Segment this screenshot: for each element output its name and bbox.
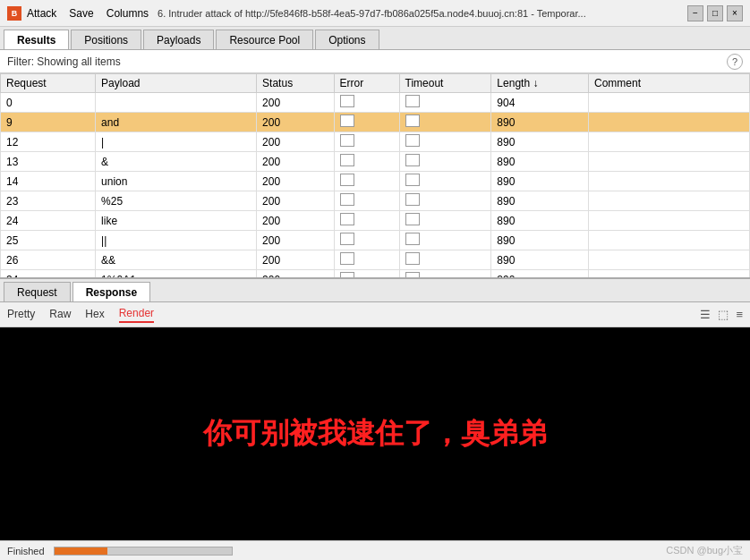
window-controls[interactable]: − □ × [687, 5, 743, 21]
window-title: 6. Intruder attack of http://5fe846f8-b5… [158, 8, 687, 19]
indent-icon[interactable]: ⬚ [718, 308, 729, 321]
timeout-checkbox[interactable] [405, 115, 420, 127]
timeout-checkbox[interactable] [405, 252, 420, 265]
tab-resource-pool[interactable]: Resource Pool [216, 30, 313, 49]
tab-results[interactable]: Results [4, 30, 69, 49]
timeout-checkbox[interactable] [405, 95, 420, 107]
menu-columns[interactable]: Columns [107, 7, 149, 20]
tab-payloads[interactable]: Payloads [143, 30, 214, 49]
timeout-checkbox[interactable] [405, 272, 420, 279]
col-status[interactable]: Status [257, 74, 334, 93]
error-checkbox[interactable] [340, 213, 354, 225]
main-tab-bar: Results Positions Payloads Resource Pool… [0, 27, 750, 50]
table-row[interactable]: 24like200890 [1, 211, 750, 231]
title-bar-menu[interactable]: Attack Save Columns [27, 7, 149, 20]
menu-attack[interactable]: Attack [27, 7, 56, 20]
error-checkbox[interactable] [340, 193, 354, 206]
tab-positions[interactable]: Positions [71, 30, 141, 49]
error-checkbox[interactable] [340, 95, 354, 107]
table-row[interactable]: 23%25200890 [1, 191, 750, 211]
filter-help-button[interactable]: ? [727, 54, 743, 70]
status-text: Finished [7, 546, 45, 556]
close-button[interactable]: × [727, 5, 743, 21]
col-length[interactable]: Length ↓ [491, 74, 589, 93]
maximize-button[interactable]: □ [707, 5, 723, 21]
table-row[interactable]: 26&&200890 [1, 250, 750, 270]
render-content-text: 你可别被我逮住了，臭弟弟 [203, 414, 547, 454]
error-checkbox[interactable] [340, 154, 354, 166]
results-table-container: Request Payload Status Error Timeout Len… [0, 73, 750, 279]
list-icon[interactable]: ☰ [700, 308, 711, 321]
error-checkbox[interactable] [340, 134, 354, 147]
bottom-tab-bar: Request Response [0, 279, 750, 302]
watermark: CSDN @bug小宝 [666, 544, 743, 557]
col-timeout[interactable]: Timeout [399, 74, 491, 93]
results-table: Request Payload Status Error Timeout Len… [0, 73, 750, 279]
tab-options[interactable]: Options [315, 30, 379, 49]
table-row[interactable]: 12|200890 [1, 132, 750, 152]
title-bar: B Attack Save Columns 6. Intruder attack… [0, 0, 750, 27]
subtab-raw[interactable]: Raw [49, 308, 71, 322]
table-row[interactable]: 0200904 [1, 93, 750, 113]
table-row[interactable]: 25||200890 [1, 231, 750, 250]
response-icons: ☰ ⬚ ≡ [700, 308, 743, 321]
tab-request[interactable]: Request [4, 282, 71, 301]
error-checkbox[interactable] [340, 233, 354, 245]
timeout-checkbox[interactable] [405, 154, 420, 166]
subtab-hex[interactable]: Hex [85, 308, 104, 322]
timeout-checkbox[interactable] [405, 213, 420, 225]
col-payload[interactable]: Payload [96, 74, 257, 93]
menu-icon[interactable]: ≡ [736, 308, 743, 321]
table-row[interactable]: 9and200890 [1, 113, 750, 132]
table-row[interactable]: 14union200890 [1, 172, 750, 191]
filter-bar: ? [0, 50, 750, 73]
filter-input[interactable] [7, 55, 727, 68]
minimize-button[interactable]: − [687, 5, 703, 21]
table-row[interactable]: 13&200890 [1, 152, 750, 172]
subtab-pretty[interactable]: Pretty [7, 308, 35, 322]
timeout-checkbox[interactable] [405, 134, 420, 147]
tab-response[interactable]: Response [72, 282, 150, 301]
error-checkbox[interactable] [340, 115, 354, 127]
timeout-checkbox[interactable] [405, 233, 420, 245]
main-content: Results Positions Payloads Resource Pool… [0, 27, 750, 560]
col-error[interactable]: Error [334, 74, 399, 93]
error-checkbox[interactable] [340, 252, 354, 265]
table-row[interactable]: 341%0A1200890 [1, 270, 750, 280]
status-bar: Finished CSDN @bug小宝 [0, 540, 750, 560]
timeout-checkbox[interactable] [405, 174, 420, 186]
status-progress-fill [55, 547, 107, 555]
subtab-render[interactable]: Render [119, 307, 154, 323]
timeout-checkbox[interactable] [405, 193, 420, 206]
col-request[interactable]: Request [1, 74, 96, 93]
menu-save[interactable]: Save [69, 7, 93, 20]
response-subtab-bar: Pretty Raw Hex Render ☰ ⬚ ≡ [0, 302, 750, 327]
col-comment[interactable]: Comment [589, 74, 750, 93]
render-area: 你可别被我逮住了，臭弟弟 [0, 327, 750, 540]
error-checkbox[interactable] [340, 272, 354, 279]
error-checkbox[interactable] [340, 174, 354, 186]
status-progress-bar [54, 547, 233, 556]
app-icon: B [7, 6, 21, 21]
